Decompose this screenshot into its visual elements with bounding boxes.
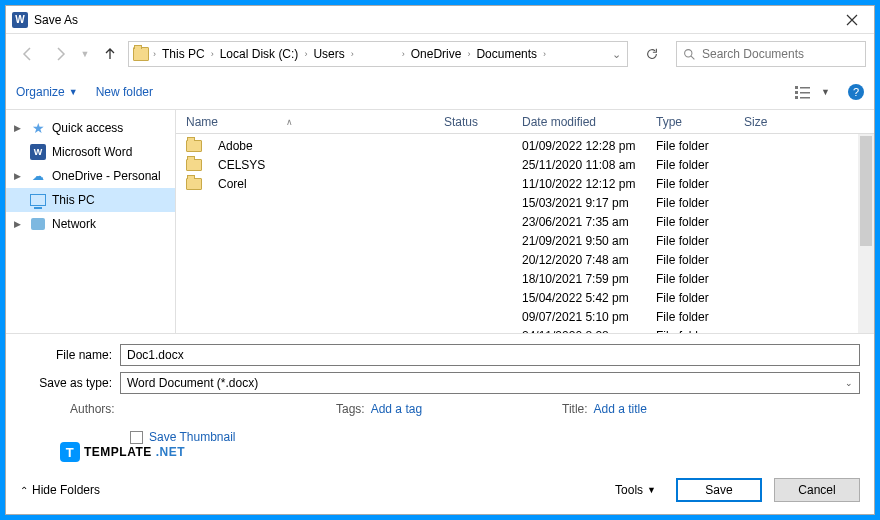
- address-bar-row: ▼ › This PC › Local Disk (C:) › Users › …: [6, 34, 874, 74]
- forward-button[interactable]: [46, 40, 74, 68]
- footer: ⌃ Hide Folders Tools ▼ Save Cancel: [6, 470, 874, 514]
- file-date: 25/11/2020 11:08 am: [522, 158, 656, 172]
- file-row[interactable]: 09/07/2021 5:10 pmFile folder: [186, 307, 874, 326]
- file-type: File folder: [656, 139, 744, 153]
- file-type: File folder: [656, 291, 744, 305]
- recent-dropdown[interactable]: ▼: [78, 40, 92, 68]
- nav-item-label: Microsoft Word: [52, 145, 132, 159]
- expand-caret-icon[interactable]: ▶: [14, 171, 24, 181]
- arrow-left-icon: [20, 46, 36, 62]
- expand-caret-icon[interactable]: ▶: [14, 123, 24, 133]
- tools-menu[interactable]: Tools ▼: [607, 483, 664, 497]
- nav-item-label: This PC: [52, 193, 95, 207]
- chevron-right-icon: ›: [465, 49, 472, 59]
- file-name: Corel: [218, 177, 247, 191]
- chevron-right-icon: ›: [349, 49, 356, 59]
- titlebar: W Save As: [6, 6, 874, 34]
- help-button[interactable]: ?: [848, 84, 864, 100]
- column-status[interactable]: Status: [444, 115, 522, 129]
- scrollbar[interactable]: [858, 134, 874, 333]
- file-row[interactable]: Corel11/10/2022 12:12 pmFile folder: [186, 174, 874, 193]
- new-folder-label: New folder: [96, 85, 153, 99]
- word-icon: W: [30, 144, 46, 160]
- file-row[interactable]: 18/10/2021 7:59 pmFile folder: [186, 269, 874, 288]
- file-row[interactable]: 24/11/2020 8:28 pmFile folder: [186, 326, 874, 333]
- file-row[interactable]: 15/03/2021 9:17 pmFile folder: [186, 193, 874, 212]
- svg-rect-6: [800, 97, 810, 99]
- nav-item-quick-access[interactable]: ▶★Quick access: [6, 116, 175, 140]
- file-list-area: Name ∧ Status Date modified Type Size Ad…: [176, 110, 874, 333]
- nav-item-onedrive-personal[interactable]: ▶☁OneDrive - Personal: [6, 164, 175, 188]
- folder-icon: [186, 140, 202, 152]
- breadcrumb[interactable]: › This PC › Local Disk (C:) › Users › › …: [128, 41, 628, 67]
- new-folder-button[interactable]: New folder: [96, 85, 153, 99]
- nav-item-network[interactable]: ▶Network: [6, 212, 175, 236]
- organize-menu[interactable]: Organize ▼: [16, 85, 78, 99]
- breadcrumb-segment[interactable]: Local Disk (C:): [218, 47, 301, 61]
- file-date: 15/03/2021 9:17 pm: [522, 196, 656, 210]
- file-type: File folder: [656, 272, 744, 286]
- filetype-label: Save as type:: [20, 376, 120, 390]
- filename-input[interactable]: [120, 344, 860, 366]
- file-row[interactable]: 21/09/2021 9:50 amFile folder: [186, 231, 874, 250]
- svg-rect-5: [800, 92, 810, 94]
- file-date: 01/09/2022 12:28 pm: [522, 139, 656, 153]
- column-date[interactable]: Date modified: [522, 115, 656, 129]
- tools-label: Tools: [615, 483, 643, 497]
- close-icon: [846, 14, 858, 26]
- chevron-down-icon: ▼: [69, 87, 78, 97]
- file-row[interactable]: Adobe01/09/2022 12:28 pmFile folder: [186, 136, 874, 155]
- save-as-dialog: W Save As ▼ › This PC › Local Disk (C:) …: [5, 5, 875, 515]
- up-button[interactable]: [96, 40, 124, 68]
- filetype-select[interactable]: Word Document (*.docx) ⌄: [120, 372, 860, 394]
- refresh-button[interactable]: [636, 41, 668, 67]
- file-type: File folder: [656, 177, 744, 191]
- folder-icon: [186, 159, 202, 171]
- chevron-down-icon: ▼: [821, 87, 830, 97]
- arrow-right-icon: [52, 46, 68, 62]
- back-button[interactable]: [14, 40, 42, 68]
- star-icon: ★: [32, 120, 45, 136]
- title-meta-value[interactable]: Add a title: [594, 402, 647, 416]
- file-date: 09/07/2021 5:10 pm: [522, 310, 656, 324]
- file-row[interactable]: 23/06/2021 7:35 amFile folder: [186, 212, 874, 231]
- file-row[interactable]: 15/04/2022 5:42 pmFile folder: [186, 288, 874, 307]
- dialog-title: Save As: [34, 13, 832, 27]
- nav-item-this-pc[interactable]: This PC: [6, 188, 175, 212]
- folder-icon: [186, 178, 202, 190]
- scrollbar-thumb[interactable]: [860, 136, 872, 246]
- column-name[interactable]: Name ∧: [186, 115, 444, 129]
- search-input[interactable]: [702, 47, 859, 61]
- close-button[interactable]: [832, 6, 872, 33]
- column-type[interactable]: Type: [656, 115, 744, 129]
- file-date: 24/11/2020 8:28 pm: [522, 329, 656, 334]
- breadcrumb-segment[interactable]: OneDrive: [409, 47, 464, 61]
- file-list: Adobe01/09/2022 12:28 pmFile folderCELSY…: [176, 134, 874, 333]
- view-icon: [794, 84, 818, 100]
- search-box[interactable]: [676, 41, 866, 67]
- column-size[interactable]: Size: [744, 115, 804, 129]
- file-row[interactable]: 20/12/2020 7:48 amFile folder: [186, 250, 874, 269]
- watermark: T TEMPLATE.NET: [20, 442, 860, 462]
- authors-label: Authors:: [70, 402, 115, 416]
- view-options-button[interactable]: ▼: [794, 84, 830, 100]
- organize-label: Organize: [16, 85, 65, 99]
- hide-folders-toggle[interactable]: ⌃ Hide Folders: [20, 483, 100, 497]
- arrow-up-icon: [102, 46, 118, 62]
- cancel-button[interactable]: Cancel: [774, 478, 860, 502]
- navigation-tree: ▶★Quick accessWMicrosoft Word▶☁OneDrive …: [6, 110, 176, 333]
- file-date: 21/09/2021 9:50 am: [522, 234, 656, 248]
- tags-value[interactable]: Add a tag: [371, 402, 422, 416]
- monitor-icon: [30, 194, 46, 206]
- chevron-down-icon[interactable]: ⌄: [610, 48, 623, 61]
- file-row[interactable]: CELSYS25/11/2020 11:08 amFile folder: [186, 155, 874, 174]
- expand-caret-icon[interactable]: ▶: [14, 219, 24, 229]
- breadcrumb-segment[interactable]: Users: [311, 47, 346, 61]
- breadcrumb-segment[interactable]: Documents: [474, 47, 539, 61]
- filename-label: File name:: [20, 348, 120, 362]
- breadcrumb-segment[interactable]: This PC: [160, 47, 207, 61]
- chevron-down-icon: ⌄: [845, 378, 853, 388]
- nav-item-microsoft-word[interactable]: WMicrosoft Word: [6, 140, 175, 164]
- save-button[interactable]: Save: [676, 478, 762, 502]
- chevron-right-icon: ›: [541, 49, 548, 59]
